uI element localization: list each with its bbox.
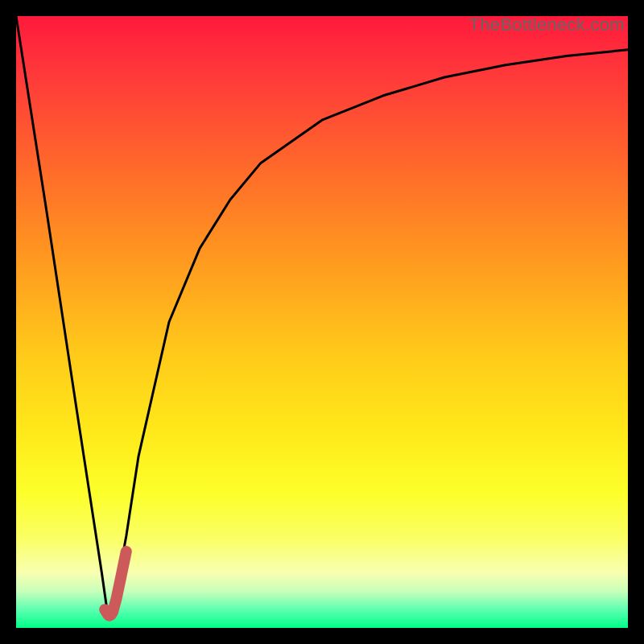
bottleneck-curve bbox=[16, 16, 628, 616]
optimal-marker bbox=[105, 551, 126, 616]
watermark-text: TheBottleneck.com bbox=[469, 14, 625, 35]
chart-overlay bbox=[16, 16, 628, 628]
